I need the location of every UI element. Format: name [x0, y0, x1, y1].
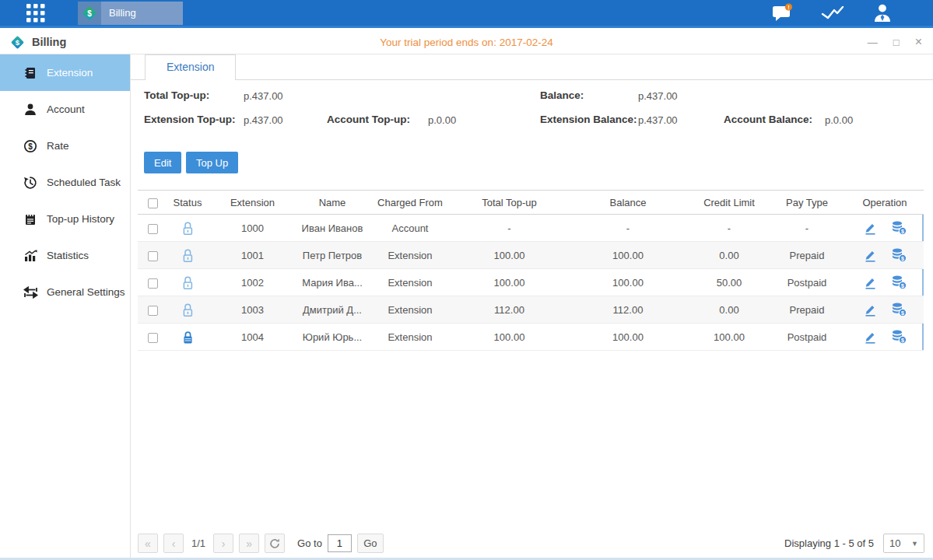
topup-icon[interactable]: $ [891, 303, 907, 317]
row-checkbox[interactable] [148, 278, 158, 289]
cell-extension: 1003 [208, 296, 297, 324]
main-content: Extension Total Top-up: p.437.00 Balance… [131, 54, 933, 560]
goto-label: Go to [297, 537, 322, 549]
svg-text:$: $ [901, 310, 904, 317]
total-topup-value: p.437.00 [244, 89, 283, 102]
sidebar-item-label: Rate [47, 140, 69, 152]
locked-status-icon [181, 330, 195, 345]
page-size-dropdown[interactable]: 10 ▼ [883, 534, 924, 553]
page-indicator: 1/1 [191, 537, 205, 549]
chevron-down-icon: ▼ [911, 540, 918, 548]
cell-total-topup: 100.00 [453, 242, 566, 269]
table-row: 1002 Мария Ива... Extension 100.00 100.0… [138, 269, 924, 296]
next-page-button[interactable]: › [213, 534, 233, 553]
cell-extension: 1004 [208, 324, 297, 351]
row-checkbox[interactable] [148, 251, 158, 261]
prev-page-button[interactable]: ‹ [163, 534, 184, 553]
cell-extension: 1002 [208, 269, 297, 296]
extension-table: StatusExtensionNameCharged FromTotal Top… [138, 190, 924, 351]
goto-page-input[interactable] [328, 534, 352, 552]
displaying-text: Displaying 1 - 5 of 5 [784, 537, 874, 549]
bar-chart-icon [23, 249, 38, 262]
window-titlebar: $ Billing Your trial period ends on: 201… [0, 30, 933, 54]
extension-book-icon [23, 66, 38, 80]
topup-icon[interactable]: $ [891, 221, 907, 235]
cell-total-topup: 100.00 [453, 324, 566, 351]
svg-text:$: $ [87, 9, 92, 17]
table-row: 1004 Юрий Юрь... Extension 100.00 100.00… [138, 324, 924, 351]
user-account-icon[interactable] [872, 3, 893, 23]
sidebar-item-statistics[interactable]: Statistics [0, 237, 130, 274]
cell-balance: - [566, 215, 690, 242]
tab-extension[interactable]: Extension [145, 54, 236, 80]
first-page-button[interactable]: « [138, 534, 158, 553]
row-checkbox[interactable] [148, 333, 158, 343]
cell-pay-type: Postpaid [768, 269, 846, 296]
topup-icon[interactable]: $ [891, 248, 907, 262]
balance-label: Balance: [540, 89, 584, 101]
cell-pay-type: Postpaid [768, 324, 846, 351]
taskbar-tab-billing[interactable]: $ Billing [78, 2, 183, 25]
svg-text:$: $ [901, 256, 904, 262]
sidebar-item-label: Statistics [47, 250, 89, 261]
sidebar-item-rate[interactable]: $Rate [0, 128, 130, 164]
sidebar-item-scheduled-task[interactable]: Scheduled Task [0, 164, 130, 201]
unlocked-status-icon [181, 221, 195, 236]
sidebar-item-label: Scheduled Task [47, 177, 121, 188]
column-header-pay-type: Pay Type [768, 191, 846, 215]
close-icon[interactable]: × [915, 36, 922, 48]
svg-text:$: $ [901, 283, 904, 289]
extension-balance-value: p.437.00 [638, 114, 678, 126]
cell-extension: 1001 [208, 242, 297, 269]
cell-charged-from: Extension [367, 242, 453, 269]
sidebar-item-extension[interactable]: Extension [0, 54, 130, 91]
column-header-charged-from: Charged From [367, 191, 453, 215]
balance-summary: Total Top-up: p.437.00 Balance: p.437.00… [131, 80, 933, 142]
edit-icon[interactable] [863, 331, 877, 344]
billing-diamond-icon: $ [78, 2, 101, 25]
last-page-button[interactable]: » [239, 534, 259, 553]
edit-icon[interactable] [863, 222, 877, 235]
account-topup-label: Account Top-up: [327, 114, 410, 125]
sidebar-item-top-up-history[interactable]: Top-up History [0, 201, 130, 237]
cell-charged-from: Extension [367, 269, 453, 296]
messages-icon[interactable]: ! [772, 3, 793, 23]
sidebar-item-label: General Settings [47, 286, 125, 298]
pagination-bar: « ‹ 1/1 › » Go to Go Displaying 1 - 5 of… [138, 533, 924, 554]
cell-balance: 112.00 [566, 296, 690, 324]
row-checkbox[interactable] [148, 224, 158, 234]
topup-icon[interactable]: $ [891, 275, 907, 289]
sidebar-item-general-settings[interactable]: General Settings [0, 274, 130, 310]
edit-button[interactable]: Edit [144, 152, 181, 173]
sidebar-item-label: Account [47, 103, 85, 115]
maximize-icon[interactable]: □ [893, 37, 900, 47]
table-row: 1001 Петр Петров Extension 100.00 100.00… [138, 242, 924, 269]
row-checkbox[interactable] [148, 306, 158, 316]
cell-name: Мария Ива... [297, 269, 367, 296]
refresh-button[interactable] [265, 534, 285, 553]
edit-icon[interactable] [863, 303, 877, 317]
select-all-checkbox[interactable] [148, 198, 158, 208]
history-clock-icon [23, 176, 38, 190]
transfer-arrows-icon [23, 286, 38, 299]
edit-icon[interactable] [863, 249, 877, 262]
taskbar: $ Billing ! [0, 0, 933, 28]
balance-value: p.437.00 [638, 89, 678, 102]
go-button[interactable]: Go [357, 534, 384, 553]
apps-grid-icon[interactable] [26, 4, 45, 23]
edit-icon[interactable] [863, 276, 877, 289]
top-up-button[interactable]: Top Up [186, 152, 238, 173]
sidebar-item-account[interactable]: Account [0, 91, 130, 128]
topup-icon[interactable]: $ [891, 330, 907, 344]
cell-extension: 1000 [208, 215, 297, 242]
cell-name: Петр Петров [297, 242, 367, 269]
cell-name: Дмитрий Д... [297, 296, 367, 324]
minimize-icon[interactable]: — [868, 37, 878, 47]
person-icon [23, 103, 38, 117]
column-header-total-top-up: Total Top-up [453, 191, 566, 215]
statistics-chart-icon[interactable] [821, 5, 844, 21]
total-topup-label: Total Top-up: [144, 89, 209, 101]
cell-credit-limit: - [690, 215, 768, 242]
column-header-balance: Balance [566, 191, 690, 215]
notepad-icon [23, 212, 38, 226]
